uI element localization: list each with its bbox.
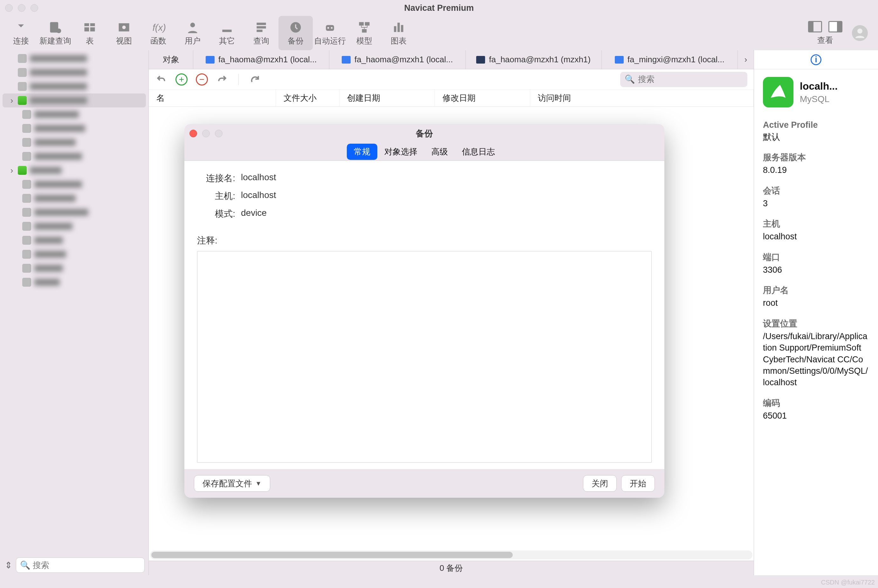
tab-object-select[interactable]: 对象选择 xyxy=(377,144,425,160)
tab-general[interactable]: 常规 xyxy=(347,144,377,160)
field-host-label: 主机: xyxy=(197,190,235,202)
backup-dialog: 备份 常规 对象选择 高级 信息日志 连接名:localhost 主机:loca… xyxy=(185,124,664,498)
dialog-title: 备份 xyxy=(416,128,433,139)
field-conn-label: 连接名: xyxy=(197,172,235,184)
tab-advanced[interactable]: 高级 xyxy=(425,144,455,160)
modal-backdrop: 备份 常规 对象选择 高级 信息日志 连接名:localhost 主机:loca… xyxy=(0,0,878,588)
notes-textarea[interactable] xyxy=(197,251,652,463)
notes-label: 注释: xyxy=(197,235,652,247)
dialog-tabs: 常规 对象选择 高级 信息日志 xyxy=(185,143,664,161)
dialog-close-icon[interactable] xyxy=(189,130,197,137)
start-button[interactable]: 开始 xyxy=(621,475,655,492)
dialog-zoom-icon xyxy=(215,130,222,137)
tab-log[interactable]: 信息日志 xyxy=(455,144,502,160)
close-button[interactable]: 关闭 xyxy=(583,475,617,492)
dialog-minimize-icon xyxy=(202,130,210,137)
dialog-body: 连接名:localhost 主机:localhost 模式:device 注释: xyxy=(185,161,664,469)
field-schema-label: 模式: xyxy=(197,208,235,220)
dialog-titlebar: 备份 xyxy=(185,124,664,143)
dialog-footer: 保存配置文件▼ 关闭 开始 xyxy=(185,469,664,498)
field-conn-value: localhost xyxy=(241,172,276,184)
chevron-down-icon: ▼ xyxy=(255,480,262,487)
field-host-value: localhost xyxy=(241,190,276,202)
field-schema-value: device xyxy=(241,208,267,220)
save-profile-button[interactable]: 保存配置文件▼ xyxy=(194,475,270,492)
watermark: CSDN @fukai7722 xyxy=(821,579,875,586)
